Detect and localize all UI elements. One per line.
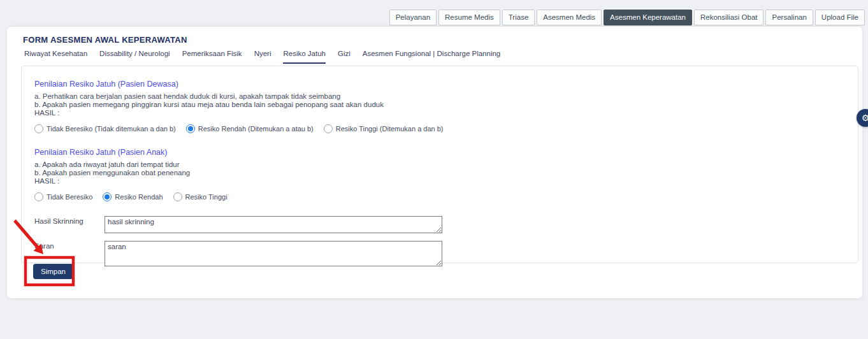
- sub-tab-bar: Riwayat KesehatanDissability / Neurologi…: [24, 50, 500, 64]
- sections-container: Penilaian Resiko Jatuh (Pasien Dewasa) a…: [34, 80, 845, 201]
- page-title: FORM ASESMEN AWAL KEPERAWATAN: [23, 35, 187, 45]
- radio-option-label: Resiko Rendah (Ditemukan a atau b): [198, 125, 314, 133]
- section-lines: a. Apakah ada riwayat jatuh dari tempat …: [34, 161, 845, 185]
- section-line: a. Perhatikan cara berjalan pasien saat …: [34, 92, 845, 101]
- radio-option[interactable]: Resiko Rendah: [103, 192, 163, 201]
- section-line: HASIL :: [34, 177, 845, 185]
- radio-option-label: Resiko Rendah: [115, 193, 163, 201]
- form-panel: Penilaian Resiko Jatuh (Pasien Dewasa) a…: [21, 66, 858, 263]
- radio-button-icon: [324, 124, 333, 133]
- top-tab-rekonsiliasi-obat[interactable]: Rekonsiliasi Obat: [694, 10, 763, 25]
- section-line: HASIL :: [34, 109, 845, 117]
- radio-group: Tidak Beresiko Resiko Rendah Resiko Ting…: [34, 192, 845, 201]
- radio-button-icon: [103, 192, 112, 201]
- radio-option[interactable]: Resiko Rendah (Ditemukan a atau b): [186, 124, 314, 133]
- form-card: FORM ASESMEN AWAL KEPERAWATAN Riwayat Ke…: [7, 27, 862, 298]
- radio-button-icon: [186, 124, 195, 133]
- radio-option[interactable]: Tidak Beresiko: [34, 192, 92, 201]
- radio-option-label: Tidak Beresiko: [47, 193, 92, 201]
- save-button[interactable]: Simpan: [33, 264, 73, 279]
- top-tab-bar: PelayananResume MedisTriaseAsesmen Medis…: [389, 10, 865, 25]
- top-tab-asesmen-medis[interactable]: Asesmen Medis: [537, 10, 602, 25]
- top-tab-persalinan[interactable]: Persalinan: [765, 10, 813, 25]
- radio-option[interactable]: Resiko Tinggi (Ditemukan a dan b): [324, 124, 444, 133]
- field-textarea[interactable]: [105, 216, 442, 233]
- sub-tab-pemeriksaan-fisik[interactable]: Pemeriksaan Fisik: [182, 50, 242, 64]
- radio-option-label: Resiko Tinggi: [185, 193, 228, 201]
- page: PelayananResume MedisTriaseAsesmen Medis…: [0, 0, 868, 339]
- radio-button-icon: [173, 192, 182, 201]
- section-line: b. Apakah pasien memegang pinggiran kurs…: [34, 101, 845, 109]
- radio-button-icon: [34, 192, 43, 201]
- section-line: b. Apakah pasien menggunakan obat penena…: [34, 169, 845, 177]
- section-heading: Penilaian Resiko Jatuh (Pasien Dewasa): [34, 80, 845, 89]
- assessment-section: Penilaian Resiko Jatuh (Pasien Anak) a. …: [34, 148, 845, 201]
- field-label: Hasil Skrinning: [34, 216, 105, 233]
- field-textarea[interactable]: [105, 241, 442, 266]
- radio-group: Tidak Beresiko (Tidak ditemukan a dan b)…: [34, 124, 845, 133]
- radio-option[interactable]: Tidak Beresiko (Tidak ditemukan a dan b): [34, 124, 176, 133]
- section-lines: a. Perhatikan cara berjalan pasien saat …: [34, 92, 845, 117]
- section-line: a. Apakah ada riwayat jatuh dari tempat …: [34, 161, 845, 169]
- top-tab-asesmen-keperawatan[interactable]: Asesmen Keperawatan: [604, 10, 692, 25]
- sub-tab-resiko-jatuh[interactable]: Resiko Jatuh: [283, 50, 325, 64]
- sub-tab-riwayat-kesehatan[interactable]: Riwayat Kesehatan: [24, 50, 87, 64]
- radio-button-icon: [34, 124, 43, 133]
- gear-icon: ⚙: [862, 113, 868, 122]
- fields-container: Hasil Skrinning Saran: [34, 216, 845, 266]
- assessment-section: Penilaian Resiko Jatuh (Pasien Dewasa) a…: [34, 80, 845, 133]
- field-row: Hasil Skrinning: [34, 216, 845, 233]
- top-tab-pelayanan[interactable]: Pelayanan: [389, 10, 437, 25]
- section-heading: Penilaian Resiko Jatuh (Pasien Anak): [34, 148, 845, 157]
- sub-tab-nyeri[interactable]: Nyeri: [254, 50, 271, 64]
- radio-option-label: Tidak Beresiko (Tidak ditemukan a dan b): [47, 125, 176, 133]
- sub-tab-dissability-neurologi[interactable]: Dissability / Neurologi: [99, 50, 170, 64]
- top-tab-upload-file[interactable]: Upload File: [815, 10, 865, 25]
- field-row: Saran: [34, 241, 845, 266]
- radio-option-label: Resiko Tinggi (Ditemukan a dan b): [336, 125, 444, 133]
- field-label: Saran: [34, 241, 105, 266]
- sub-tab-asesmen-fungsional-discharge-planning[interactable]: Asesmen Fungsional | Discharge Planning: [363, 50, 501, 64]
- top-tab-triase[interactable]: Triase: [502, 10, 535, 25]
- top-tab-resume-medis[interactable]: Resume Medis: [438, 10, 500, 25]
- radio-option[interactable]: Resiko Tinggi: [173, 192, 228, 201]
- sub-tab-gizi[interactable]: Gizi: [338, 50, 351, 64]
